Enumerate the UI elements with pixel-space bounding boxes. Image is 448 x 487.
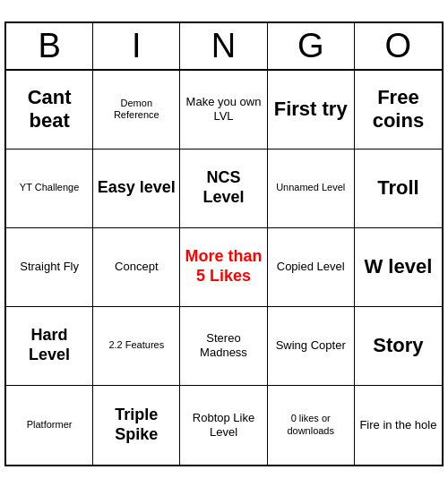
- bingo-cell-9: Troll: [355, 150, 442, 228]
- bingo-board: BINGO Cant beatDemon ReferenceMake you o…: [4, 21, 444, 466]
- bingo-cell-23: 0 likes or downloads: [268, 386, 355, 465]
- bingo-cell-11: Concept: [93, 228, 180, 307]
- header-letter-B: B: [6, 23, 93, 69]
- bingo-cell-13: Copied Level: [268, 228, 355, 307]
- bingo-cell-17: Stereo Madness: [180, 307, 267, 386]
- bingo-cell-2: Make you own LVL: [180, 71, 267, 150]
- bingo-cell-1: Demon Reference: [93, 71, 180, 150]
- bingo-cell-21: Triple Spike: [93, 386, 180, 465]
- header-letter-N: N: [180, 23, 267, 69]
- bingo-cell-10: Straight Fly: [6, 228, 93, 307]
- bingo-cell-0: Cant beat: [6, 71, 93, 150]
- header-letter-I: I: [93, 23, 180, 69]
- bingo-cell-18: Swing Copter: [268, 307, 355, 386]
- header-letter-G: G: [268, 23, 355, 69]
- bingo-cell-20: Platformer: [6, 386, 93, 465]
- header-letter-O: O: [355, 23, 442, 69]
- bingo-cell-14: W level: [355, 228, 442, 307]
- bingo-cell-22: Robtop Like Level: [180, 386, 267, 465]
- bingo-header: BINGO: [6, 23, 442, 71]
- bingo-cell-15: Hard Level: [6, 307, 93, 386]
- bingo-grid: Cant beatDemon ReferenceMake you own LVL…: [6, 71, 442, 465]
- bingo-cell-7: NCS Level: [180, 150, 267, 228]
- bingo-cell-5: YT Challenge: [6, 150, 93, 228]
- bingo-cell-4: Free coins: [355, 71, 442, 150]
- bingo-cell-6: Easy level: [93, 150, 180, 228]
- bingo-cell-8: Unnamed Level: [268, 150, 355, 228]
- bingo-cell-16: 2.2 Features: [93, 307, 180, 386]
- bingo-cell-12: More than 5 Likes: [180, 228, 267, 307]
- bingo-cell-3: First try: [268, 71, 355, 150]
- bingo-cell-19: Story: [355, 307, 442, 386]
- bingo-cell-24: Fire in the hole: [355, 386, 442, 465]
